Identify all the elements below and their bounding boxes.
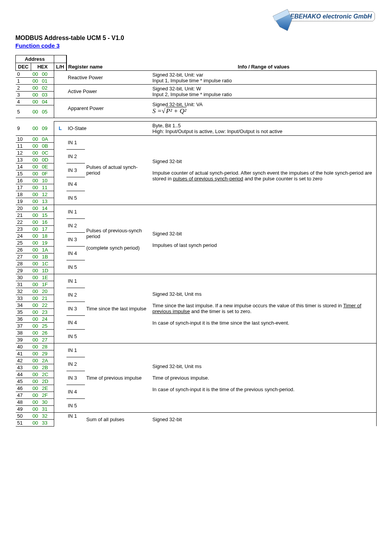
addr-hex: 002F — [31, 392, 54, 398]
addr-hex: 0024 — [31, 315, 54, 322]
reg-time-since-last: Time since the last impulse — [85, 274, 151, 343]
reg-in5: IN 5 — [66, 260, 85, 274]
info-active: Signed 32-bit, Unit: W Input 2, Impulse … — [151, 85, 377, 98]
reg-time-of-prev: Time of previous impulse — [85, 343, 151, 412]
reg-in1: IN 1 — [66, 274, 85, 288]
addr-dec: 24 — [16, 232, 31, 239]
addr-dec: 15 — [16, 170, 31, 177]
reg-in2: IN 2 — [66, 218, 85, 232]
info-pulses-actual: Signed 32-bit Impulse counter of actual … — [151, 135, 377, 205]
addr-hex: 0005 — [31, 105, 54, 118]
reg-in3: IN 3 — [66, 302, 85, 315]
reg-in4: IN 4 — [66, 177, 85, 191]
col-info: Info / Range of values — [151, 63, 377, 71]
reg-in4: IN 4 — [66, 315, 85, 329]
addr-hex: 0018 — [31, 232, 54, 239]
addr-dec: 9 — [16, 122, 31, 136]
reg-active-power: Active Power — [66, 85, 151, 98]
reg-in2: IN 2 — [66, 149, 85, 163]
addr-dec: 21 — [16, 212, 31, 218]
addr-dec: 0 — [16, 71, 31, 78]
reg-in5: IN 5 — [66, 329, 85, 343]
addr-dec: 49 — [16, 405, 31, 412]
addr-hex: 0026 — [31, 329, 54, 336]
addr-dec: 26 — [16, 246, 31, 253]
reg-in1: IN 1 — [66, 412, 85, 419]
addr-dec: 14 — [16, 163, 31, 170]
reg-in1: IN 1 — [66, 343, 85, 357]
col-dec: DEC — [16, 63, 31, 71]
lh-value: L — [54, 122, 66, 136]
addr-hex: 0015 — [31, 212, 54, 218]
register-table: Address DEC HEX L/H Register name Info /… — [15, 55, 377, 427]
company-logo: EBEHAKO electronic GmbH — [269, 8, 377, 36]
addr-dec: 28 — [16, 260, 31, 267]
function-code-link[interactable]: Function code 3 — [15, 42, 377, 49]
addr-hex: 0014 — [31, 205, 54, 212]
addr-hex: 0012 — [31, 191, 54, 198]
addr-hex: 0033 — [31, 419, 54, 426]
addr-dec: 3 — [16, 92, 31, 98]
addr-hex: 002C — [31, 371, 54, 378]
addr-dec: 23 — [16, 225, 31, 232]
addr-dec: 47 — [16, 392, 31, 398]
addr-hex: 0032 — [31, 412, 54, 419]
addr-hex: 0002 — [31, 85, 54, 92]
addr-hex: 001A — [31, 246, 54, 253]
reg-in5: IN 5 — [66, 191, 85, 205]
addr-hex: 002A — [31, 357, 54, 364]
addr-hex: 0030 — [31, 398, 54, 405]
addr-hex: 001B — [31, 253, 54, 260]
addr-hex: 0001 — [31, 78, 54, 85]
addr-dec: 16 — [16, 177, 31, 184]
reg-in3: IN 3 — [66, 371, 85, 385]
addr-dec: 13 — [16, 156, 31, 163]
reg-in2: IN 2 — [66, 288, 85, 302]
addr-hex: 0027 — [31, 336, 54, 343]
col-register-name: Register name — [66, 63, 151, 71]
addr-dec: 36 — [16, 315, 31, 322]
addr-dec: 42 — [16, 357, 31, 364]
reg-in3: IN 3 — [66, 232, 85, 246]
addr-hex: 0031 — [31, 405, 54, 412]
addr-dec: 10 — [16, 135, 31, 142]
col-address: Address — [16, 55, 54, 63]
addr-hex: 0028 — [31, 343, 54, 350]
addr-hex: 0013 — [31, 198, 54, 205]
addr-hex: 002B — [31, 364, 54, 371]
addr-dec: 18 — [16, 191, 31, 198]
addr-dec: 51 — [16, 419, 31, 426]
addr-dec: 20 — [16, 205, 31, 212]
addr-hex: 0011 — [31, 184, 54, 191]
col-hex: HEX — [31, 63, 54, 71]
addr-hex: 000F — [31, 170, 54, 177]
addr-dec: 45 — [16, 378, 31, 385]
addr-dec: 39 — [16, 336, 31, 343]
addr-hex: 0021 — [31, 295, 54, 302]
addr-hex: 002D — [31, 378, 54, 385]
info-time-since: Signed 32-bit, Unit ms Time since the la… — [151, 274, 377, 343]
addr-dec: 27 — [16, 253, 31, 260]
addr-hex: 000D — [31, 156, 54, 163]
info-time-prev: Signed 32-bit, Unit ms Time of previous … — [151, 343, 377, 412]
reg-pulses-prev: Pulses of previous-synch period (complet… — [85, 205, 151, 274]
info-pulses-prev: Signed 32-bit Impulses of last synch per… — [151, 205, 377, 274]
info-sum-all: Signed 32-bit — [151, 412, 377, 426]
addr-dec: 31 — [16, 281, 31, 288]
logo-text: EBEHAKO electronic GmbH — [290, 13, 372, 20]
reg-in4: IN 4 — [66, 385, 85, 398]
addr-dec: 5 — [16, 105, 31, 118]
addr-dec: 12 — [16, 149, 31, 156]
reg-in3: IN 3 — [66, 163, 85, 177]
addr-dec: 22 — [16, 218, 31, 225]
addr-dec: 38 — [16, 329, 31, 336]
addr-dec: 33 — [16, 295, 31, 302]
addr-hex: 0017 — [31, 225, 54, 232]
addr-hex: 0020 — [31, 288, 54, 295]
reg-sum-all: Sum of all pulses — [85, 412, 151, 426]
addr-dec: 25 — [16, 239, 31, 246]
reg-in1: IN 1 — [66, 205, 85, 218]
addr-hex: 000A — [31, 135, 54, 142]
addr-dec: 48 — [16, 398, 31, 405]
addr-dec: 50 — [16, 412, 31, 419]
